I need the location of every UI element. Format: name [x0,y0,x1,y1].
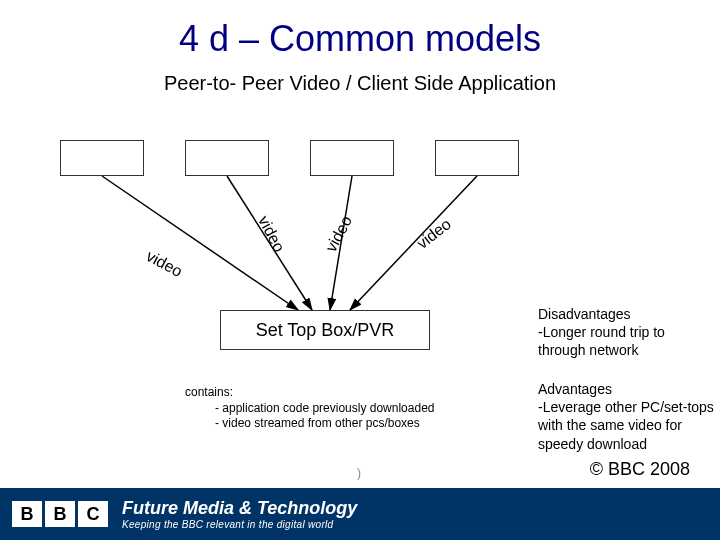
disadvantages-block: Disadvantages -Longer round trip to thro… [538,305,716,360]
bbc-logo: B B C [12,501,108,527]
contains-item-1: - application code previously downloaded [185,401,535,417]
page-mark: ) [357,466,361,480]
disadvantages-heading: Disadvantages [538,305,716,323]
footer-main: Future Media & Technology [122,498,357,519]
disadvantages-item: -Longer round trip to through network [538,323,716,359]
svg-line-3 [350,176,477,310]
contains-heading: contains: [185,385,535,401]
footer-bar: B B C Future Media & Technology Keeping … [0,488,720,540]
contains-block: contains: - application code previously … [185,385,535,432]
bbc-logo-b1: B [12,501,42,527]
bbc-logo-c: C [78,501,108,527]
advantages-heading: Advantages [538,380,716,398]
p2p-diagram: video video video video Set Top Box/PVR [30,130,530,380]
slide-title: 4 d – Common models [0,0,720,60]
set-top-box: Set Top Box/PVR [220,310,430,350]
bbc-logo-b2: B [45,501,75,527]
footer-sub: Keeping the BBC relevant in the digital … [122,519,357,530]
contains-item-2: - video streamed from other pcs/boxes [185,416,535,432]
advantages-block: Advantages -Leverage other PC/set-tops w… [538,380,716,453]
advantages-item: -Leverage other PC/set-tops with the sam… [538,398,716,453]
slide-subtitle: Peer-to- Peer Video / Client Side Applic… [0,72,720,95]
copyright: © BBC 2008 [590,459,690,480]
footer-text: Future Media & Technology Keeping the BB… [122,498,357,530]
